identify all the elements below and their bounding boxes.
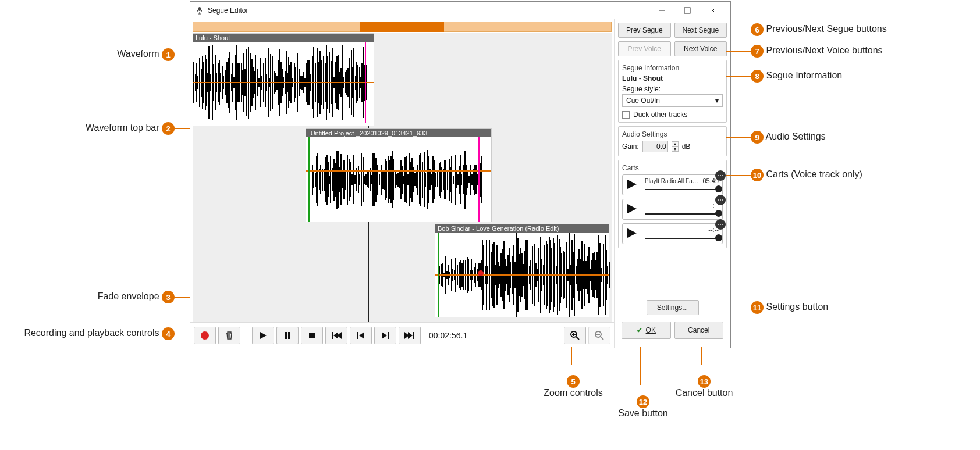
play-icon[interactable] [626,203,641,216]
cart-more-icon[interactable]: ⋯ [715,195,726,205]
waveform-area[interactable]: Lulu - Shout -Untitled Project-_20201029… [193,33,612,322]
gain-spinner[interactable]: ▴▾ [672,141,679,152]
zoom-in-button[interactable] [564,327,586,344]
svg-rect-11 [285,332,287,339]
duck-checkbox-row[interactable]: Duck other tracks [622,110,723,119]
cart-slider[interactable] [645,210,719,217]
svg-rect-20 [388,332,389,339]
svg-rect-0 [198,7,201,11]
cart-item[interactable]: ⋯ --:-- [622,199,723,220]
callout-line [640,347,641,385]
gain-label: Gain: [622,142,639,151]
cancel-button[interactable]: Cancel [674,322,724,339]
callout-line [726,51,751,52]
skip-end-button[interactable] [399,327,421,344]
ok-button[interactable]: ✔ OK [622,322,671,339]
cart-more-icon[interactable]: ⋯ [715,219,726,230]
duck-label: Duck other tracks [633,110,687,119]
cart-slider[interactable] [645,185,719,192]
callout-8: 8 Segue Information [751,70,842,83]
cue-out-marker[interactable] [365,42,366,123]
next-segue-button[interactable]: Next Segue [674,23,727,38]
svg-rect-17 [357,332,358,339]
delete-button[interactable] [218,327,240,344]
next-voice-button[interactable]: Next Voice [674,41,727,56]
prev-button[interactable] [350,327,372,344]
callout-10: 10 Carts (Voice track only) [751,169,862,181]
prev-voice-button[interactable]: Prev Voice [618,41,671,56]
segue-editor-window: Segue Editor Lulu - Shout [190,1,731,348]
callout-9: 9 Audio Settings [751,131,826,144]
callout-line [571,347,572,365]
track-2[interactable]: -Untitled Project-_20201029_013421_933 [306,128,492,222]
cart-item[interactable]: ⋯ --:-- [622,223,723,244]
cart-more-icon[interactable]: ⋯ [715,170,726,181]
pause-button[interactable] [276,327,299,344]
skip-start-button[interactable] [325,327,347,344]
audio-settings-panel: Audio Settings Gain: 0.0 ▴▾ dB [618,126,727,156]
callout-line [726,76,751,77]
track-3[interactable]: Bob Sinclar - Love Generation (Radio Edi… [435,224,609,317]
maximize-button[interactable] [674,2,700,19]
stop-button[interactable] [301,327,323,344]
settings-button[interactable]: Settings... [647,300,699,315]
close-button[interactable] [700,2,726,19]
audio-settings-title: Audio Settings [622,130,723,138]
cart-slider[interactable] [645,234,719,241]
callout-line [726,30,751,30]
midline [306,180,491,180]
chevron-down-icon: ▾ [715,97,719,105]
gain-input[interactable]: 0.0 [642,141,668,152]
right-panel: Prev Segue Next Segue Prev Voice Next Vo… [614,19,730,348]
callout-1: Waveform 1 [0,48,175,61]
cart-item[interactable]: ⋯ PlayIt Radio All Fa… 05.49 [622,174,723,195]
cue-in-marker[interactable] [438,233,439,317]
play-button[interactable] [252,327,274,344]
track-3-title: Bob Sinclar - Love Generation (Radio Edi… [435,224,609,233]
track-1[interactable]: Lulu - Shout [193,33,374,126]
svg-marker-33 [627,228,637,238]
carts-panel: Carts ⋯ PlayIt Radio All Fa… 05.49 ⋯ [618,160,727,248]
titlebar[interactable]: Segue Editor [190,2,730,19]
overview-bar[interactable] [193,22,612,32]
next-button[interactable] [374,327,396,344]
callout-12: 12Save button [608,395,678,419]
svg-rect-14 [332,332,333,339]
callout-11: 11 Settings button [751,301,828,314]
svg-point-7 [201,331,209,340]
envelope-node[interactable] [478,270,484,276]
play-icon[interactable] [626,227,641,241]
minimize-button[interactable] [649,2,674,19]
segue-track-label: Lulu - Shout [622,74,723,83]
callout-7: 7 Previous/Next Voice buttons [751,45,883,58]
record-button[interactable] [194,327,216,344]
segue-style-select[interactable]: Cue Out/In ▾ [622,94,723,107]
svg-marker-32 [627,204,637,213]
transport-bar: 00:02:56.1 [190,322,614,348]
zoom-out-button[interactable] [588,327,610,344]
track-1-title: Lulu - Shout [193,34,374,42]
overview-segment[interactable] [360,22,444,32]
cue-in-marker[interactable] [308,137,310,222]
fade-envelope-line[interactable] [435,274,609,276]
svg-marker-18 [359,332,364,339]
duck-checkbox[interactable] [622,111,630,119]
svg-line-29 [601,337,603,340]
ok-label: OK [646,326,656,334]
callout-2: Waveform top bar 2 [0,122,175,135]
svg-rect-13 [309,333,315,338]
time-display: 00:02:56.1 [429,331,467,340]
track-2-title: -Untitled Project-_20201029_013421_933 [306,129,491,137]
callout-3: Fade envelope 3 [0,291,175,303]
cue-out-marker[interactable] [478,137,480,222]
segue-info-panel: Segue Information Lulu - Shout Segue sty… [618,60,727,123]
gain-unit: dB [682,142,691,151]
fade-envelope-line[interactable] [306,170,491,172]
play-icon[interactable] [626,178,641,192]
segue-style-value: Cue Out/In [626,97,660,105]
prev-segue-button[interactable]: Prev Segue [618,23,671,38]
window-title: Segue Editor [208,6,248,15]
svg-marker-22 [408,332,413,339]
svg-marker-19 [382,332,387,339]
fade-envelope-line[interactable] [193,82,374,83]
